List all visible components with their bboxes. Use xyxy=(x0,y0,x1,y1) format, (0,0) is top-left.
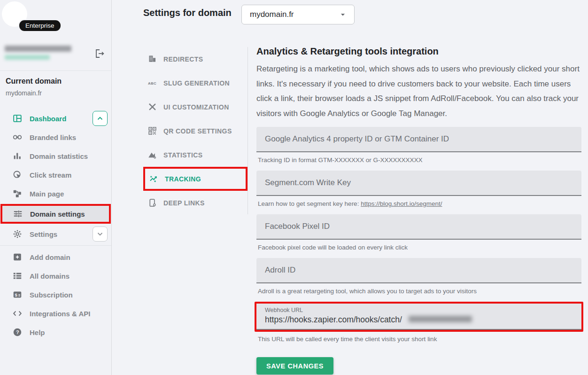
code-brackets-icon xyxy=(12,308,23,319)
current-domain-label: Current domain xyxy=(6,77,62,86)
sidebar-item-label: Help xyxy=(30,328,45,336)
svg-text:?: ? xyxy=(16,329,19,335)
link-icon xyxy=(12,132,23,142)
settings-expand-button[interactable] xyxy=(93,227,108,242)
segment-helper: Learn how to get segment key here: https… xyxy=(258,200,581,207)
sidebar-item-label: Click stream xyxy=(30,171,71,179)
credit-card-icon: $ xyxy=(12,289,23,300)
question-circle-icon: ? xyxy=(12,327,23,337)
svg-text:ABC: ABC xyxy=(148,81,156,86)
save-changes-button[interactable]: SAVE CHANGES xyxy=(256,357,333,375)
sidebar-item-label: All domains xyxy=(30,272,70,280)
sidebar-item-label: Domain settings xyxy=(30,210,85,218)
tab-deep-links[interactable]: DEEP LINKS xyxy=(144,191,248,215)
segment-help-link[interactable]: https://blog.short.io/segment/ xyxy=(361,200,442,207)
dashboard-collapse-button[interactable] xyxy=(93,111,108,126)
tab-label: QR CODE SETTINGS xyxy=(163,127,232,135)
click-cursor-icon xyxy=(12,170,23,180)
sidebar-item-subscription[interactable]: $ Subscription xyxy=(0,285,111,304)
chevron-up-icon xyxy=(96,114,104,123)
adroll-helper: Adroll is a great retargeting tool, whic… xyxy=(258,288,581,295)
sidebar-divider xyxy=(0,70,111,71)
tab-label: SLUG GENERATION xyxy=(163,79,230,87)
domain-dropdown[interactable]: mydomain.fr xyxy=(241,5,355,24)
sliders-icon xyxy=(13,209,23,219)
webhook-helper: This URL will be called every time the c… xyxy=(258,336,581,343)
segment-field[interactable] xyxy=(256,171,581,196)
sidebar-item-settings[interactable]: Settings xyxy=(0,224,111,244)
sidebar-item-all-domains[interactable]: All domains xyxy=(0,266,111,285)
sidebar-item-branded-links[interactable]: Branded links xyxy=(0,128,111,147)
current-domain-value: mydomain.fr xyxy=(6,89,42,97)
tab-label: STATISTICS xyxy=(163,151,203,159)
sidebar-item-label: Add domain xyxy=(30,253,70,261)
tab-ui-customization[interactable]: UI CUSTOMIZATION xyxy=(144,95,248,119)
sidebar-item-label: Subscription xyxy=(30,291,73,299)
section-description: Retargeting is a marketing tool, which s… xyxy=(256,62,581,121)
page-title: Settings for domain xyxy=(143,8,232,18)
dashboard-icon xyxy=(12,113,23,124)
tab-redirects[interactable]: REDIRECTS xyxy=(144,47,248,71)
sidebar-item-label: Integrations & API xyxy=(30,310,90,318)
ga4-input[interactable] xyxy=(256,127,581,151)
facebook-pixel-input[interactable] xyxy=(256,214,581,239)
tracking-annotation-box: TRACKING xyxy=(143,167,248,191)
chevron-down-icon xyxy=(96,230,104,238)
sitemap-icon xyxy=(12,188,23,199)
sidebar-item-main-page[interactable]: Main page xyxy=(0,184,111,203)
sidebar-item-label: Branded links xyxy=(30,133,76,141)
adroll-input[interactable] xyxy=(256,258,581,282)
logout-icon[interactable] xyxy=(94,48,105,59)
webhook-url-field[interactable]: Webhook URL https://hooks.zapier.com/hoo… xyxy=(256,304,581,330)
sidebar-item-domain-statistics[interactable]: Domain statistics xyxy=(0,147,111,165)
list-icon xyxy=(12,271,23,281)
ga4-helper: Tracking ID in format GTM-XXXXXXX or G-X… xyxy=(258,156,581,164)
webhook-url-redacted xyxy=(409,316,472,322)
plan-badge: Enterprise xyxy=(18,19,62,32)
tab-statistics[interactable]: STATISTICS xyxy=(144,143,248,167)
facebook-pixel-field[interactable] xyxy=(256,214,581,240)
abc-text-icon: ABC xyxy=(147,78,157,88)
facebook-pixel-helper: Facebook pixel code will be loaded on ev… xyxy=(258,244,581,251)
tab-label: DEEP LINKS xyxy=(163,199,205,207)
sidebar-nav: Dashboard Branded links xyxy=(0,109,111,342)
chevron-down-icon xyxy=(338,10,348,19)
sidebar-item-domain-settings[interactable]: Domain settings xyxy=(2,206,109,222)
sidebar-item-label: Domain statistics xyxy=(30,152,88,160)
gear-icon xyxy=(12,229,23,239)
user-name-redacted xyxy=(5,46,71,52)
ga4-field[interactable] xyxy=(256,127,581,152)
crossed-tools-icon xyxy=(147,102,157,112)
sidebar-item-click-stream[interactable]: Click stream xyxy=(0,165,111,184)
sidebar-item-dashboard[interactable]: Dashboard xyxy=(0,109,111,128)
building-icon xyxy=(147,54,157,64)
app-window: Enterprise Current domain mydomain.fr Da… xyxy=(0,0,588,375)
sidebar-item-integrations-api[interactable]: Integrations & API xyxy=(0,304,111,323)
adroll-field[interactable] xyxy=(256,258,581,283)
domain-dropdown-value: mydomain.fr xyxy=(250,10,294,19)
segment-helper-text: Learn how to get segment key here: xyxy=(258,200,361,207)
tab-slug-generation[interactable]: ABC SLUG GENERATION xyxy=(144,71,248,95)
bar-chart-icon xyxy=(12,151,23,161)
chart-gear-icon xyxy=(147,150,157,160)
plus-square-icon xyxy=(12,252,23,262)
tab-label: TRACKING xyxy=(165,175,201,183)
submenu-divider xyxy=(248,47,248,214)
sidebar-item-label: Settings xyxy=(30,230,57,238)
user-email-redacted xyxy=(5,55,50,60)
sidebar-nav-divider xyxy=(0,245,111,246)
webhook-url-label: Webhook URL xyxy=(265,307,573,313)
tab-label: REDIRECTS xyxy=(163,55,203,63)
sidebar-item-label: Main page xyxy=(30,190,64,198)
segment-input[interactable] xyxy=(256,171,581,195)
webhook-annotation-box: Webhook URL https://hooks.zapier.com/hoo… xyxy=(255,302,583,332)
svg-text:$: $ xyxy=(15,292,18,297)
sidebar-item-help[interactable]: ? Help xyxy=(0,323,111,342)
tab-qr-code-settings[interactable]: QR CODE SETTINGS xyxy=(144,119,248,143)
tab-label: UI CUSTOMIZATION xyxy=(163,103,229,111)
sidebar-item-add-domain[interactable]: Add domain xyxy=(0,248,111,266)
trend-sparkline-icon xyxy=(149,174,159,184)
tab-tracking[interactable]: TRACKING xyxy=(145,169,246,189)
settings-submenu: REDIRECTS ABC SLUG GENERATION UI CUSTOMI… xyxy=(144,47,248,215)
tracking-settings-panel: Analytics & Retargeting tools integratio… xyxy=(256,46,581,375)
